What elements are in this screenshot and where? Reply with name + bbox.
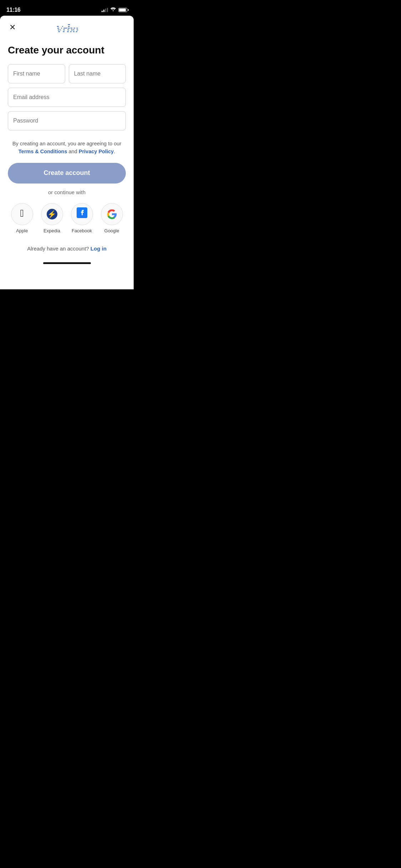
expedia-icon: ⚡	[47, 209, 57, 219]
home-bar	[43, 262, 91, 264]
google-button[interactable]	[101, 203, 123, 225]
expedia-label: Expedia	[43, 228, 60, 233]
create-account-button[interactable]: Create account	[8, 163, 126, 184]
battery-icon	[118, 8, 127, 12]
or-continue-text: or continue with	[0, 189, 134, 195]
terms-suffix: .	[114, 149, 115, 154]
login-row: Already have an account? Log in	[0, 241, 134, 259]
status-bar: 11:16	[0, 0, 134, 16]
apple-login-item[interactable]:  Apple	[11, 203, 33, 233]
privacy-link[interactable]: Privacy Policy	[79, 149, 114, 154]
google-icon	[107, 209, 117, 219]
facebook-button[interactable]	[71, 203, 93, 225]
home-indicator	[0, 259, 134, 267]
google-label: Google	[104, 228, 119, 233]
signal-icon	[102, 8, 108, 12]
expedia-button[interactable]: ⚡	[41, 203, 63, 225]
last-name-input[interactable]	[69, 64, 126, 83]
status-time: 11:16	[6, 7, 20, 13]
registration-form	[0, 64, 134, 135]
card-header: ✕ Vrbo	[0, 16, 134, 38]
apple-button[interactable]: 	[11, 203, 33, 225]
apple-label: Apple	[16, 228, 28, 233]
already-have-account-text: Already have an account?	[27, 246, 89, 252]
name-row	[8, 64, 126, 83]
close-icon: ✕	[9, 23, 16, 32]
google-login-item[interactable]: Google	[101, 203, 123, 233]
social-login-row:  Apple ⚡ Expedia Fac	[0, 203, 134, 233]
facebook-login-item[interactable]: Facebook	[71, 203, 93, 233]
status-icons	[102, 7, 127, 13]
vrbo-logo: Vrbo	[55, 22, 78, 36]
terms-text: By creating an account, you are agreeing…	[0, 135, 134, 163]
main-card: ✕ Vrbo Create your account By creating a…	[0, 16, 134, 289]
apple-icon: 	[20, 208, 24, 218]
terms-conjunction: and	[67, 149, 79, 154]
facebook-label: Facebook	[72, 228, 92, 233]
close-button[interactable]: ✕	[7, 22, 18, 33]
terms-link[interactable]: Terms & Conditions	[19, 149, 67, 154]
first-name-input[interactable]	[8, 64, 65, 83]
page-title: Create your account	[0, 38, 134, 64]
login-link[interactable]: Log in	[91, 246, 107, 252]
email-input[interactable]	[8, 88, 126, 107]
wifi-icon	[110, 7, 116, 13]
facebook-icon	[77, 207, 87, 221]
terms-prefix: By creating an account, you are agreeing…	[12, 141, 122, 146]
password-input[interactable]	[8, 111, 126, 130]
expedia-login-item[interactable]: ⚡ Expedia	[41, 203, 63, 233]
